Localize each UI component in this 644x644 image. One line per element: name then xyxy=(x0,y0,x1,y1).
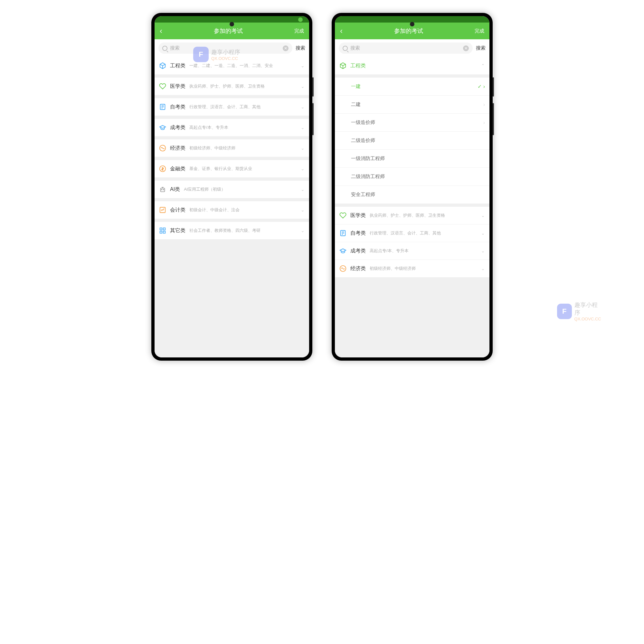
sub-item[interactable]: 二建 › xyxy=(335,96,489,114)
sub-item-label: 安全工程师 xyxy=(351,192,375,198)
sub-item[interactable]: 安全工程师 xyxy=(335,186,489,204)
sub-item[interactable]: 一级造价师 › xyxy=(335,114,489,132)
cap-icon xyxy=(159,124,166,131)
category-name: 经济类 xyxy=(350,265,366,272)
phone-right: ‹ 参加的考试 完成 搜索 ✕ 搜索 F 趣享小程序 QX.OOVC.CC 工程… xyxy=(332,13,493,361)
category-expanded[interactable]: 工程类 ⌃ xyxy=(335,57,489,74)
chevron-down-icon: ⌄ xyxy=(301,228,305,233)
category-name: 金融类 xyxy=(170,166,185,172)
search-icon xyxy=(343,46,348,51)
search-button[interactable]: 搜索 xyxy=(476,45,486,51)
category-name: 工程类 xyxy=(350,62,366,69)
category-name: 医学类 xyxy=(350,212,366,219)
search-input[interactable]: 搜索 ✕ xyxy=(339,43,473,54)
category-desc: 行政管理、汉语言、会计、工商、其他 xyxy=(370,230,477,236)
chevron-down-icon: ⌄ xyxy=(301,146,305,151)
chart-icon xyxy=(159,206,166,213)
category-desc: 初级经济师、中级经济师 xyxy=(189,145,297,151)
sub-item-label: 二级造价师 xyxy=(351,137,375,144)
back-button[interactable]: ‹ xyxy=(160,26,162,35)
category-wave[interactable]: 经济类 初级经济师、中级经济师 ⌄ xyxy=(335,260,489,278)
category-name: 自考类 xyxy=(170,104,185,110)
category-name: 经济类 xyxy=(170,145,185,152)
category-grid[interactable]: 其它类 社会工作者、教师资格、四六级、考研 ⌄ xyxy=(155,222,309,239)
category-cube[interactable]: 工程类 一建、二建、一造、二造、一消、二消、安全 ⌄ xyxy=(155,57,309,74)
category-desc: AI应用工程师（初级） xyxy=(184,186,297,192)
category-desc: 执业药师、护士、护师、医师、卫生资格 xyxy=(370,213,477,218)
category-desc: 一建、二建、一造、二造、一消、二消、安全 xyxy=(189,63,297,69)
category-name: 工程类 xyxy=(170,62,185,69)
sub-item-label: 二建 xyxy=(351,101,361,108)
chevron-right-icon: › xyxy=(483,102,485,108)
chevron-down-icon: ⌄ xyxy=(301,63,305,68)
robot-icon xyxy=(159,186,166,193)
heart-icon xyxy=(339,212,346,219)
category-wave[interactable]: 经济类 初级经济师、中级经济师 ⌄ xyxy=(155,139,309,157)
category-list[interactable]: F 趣享小程序 QX.OOVC.CC 工程类 一建、二建、一造、二造、一消、二消… xyxy=(155,57,309,357)
category-desc: 行政管理、汉语言、会计、工商、其他 xyxy=(189,104,297,110)
side-button xyxy=(312,77,314,97)
cube-icon xyxy=(159,62,166,69)
screen-left: ‹ 参加的考试 完成 搜索 ✕ 搜索 F 趣享小程序 QX.OOVC.CC 工程… xyxy=(155,16,309,357)
category-heart[interactable]: 医学类 执业药师、护士、护师、医师、卫生资格 ⌄ xyxy=(335,207,489,224)
doc-icon xyxy=(339,230,346,237)
category-cap[interactable]: 成考类 高起点专/本、专升本 ⌄ xyxy=(155,119,309,136)
search-placeholder: 搜索 xyxy=(350,45,460,51)
svg-rect-10 xyxy=(160,228,162,230)
category-cap[interactable]: 成考类 高起点专/本、专升本 ⌄ xyxy=(335,242,489,260)
chevron-up-icon: ⌃ xyxy=(481,63,485,68)
search-input[interactable]: 搜索 ✕ xyxy=(158,43,292,54)
category-robot[interactable]: AI类 AI应用工程师（初级） ⌄ xyxy=(155,181,309,198)
category-heart[interactable]: 医学类 执业药师、护士、护师、医师、卫生资格 ⌄ xyxy=(155,78,309,95)
category-list-expanded[interactable]: F 趣享小程序 QX.OOVC.CC 工程类 ⌃ 一建 ✓ › 二建 › 一级造… xyxy=(335,57,489,357)
page-title: 参加的考试 xyxy=(394,27,423,35)
done-button[interactable]: 完成 xyxy=(475,28,484,34)
status-bar xyxy=(335,16,489,23)
category-name: 其它类 xyxy=(170,227,185,234)
svg-rect-12 xyxy=(160,231,162,233)
sub-item[interactable]: 一级消防工程师 xyxy=(335,150,489,168)
category-doc[interactable]: 自考类 行政管理、汉语言、会计、工商、其他 ⌄ xyxy=(335,224,489,242)
back-button[interactable]: ‹ xyxy=(340,26,343,35)
chevron-down-icon: ⌄ xyxy=(301,166,305,171)
svg-rect-11 xyxy=(163,228,165,230)
svg-rect-6 xyxy=(161,188,165,192)
category-name: 会计类 xyxy=(170,207,185,213)
chevron-down-icon: ⌄ xyxy=(301,187,305,192)
sub-item-label: 二级消防工程师 xyxy=(351,174,385,180)
wave-icon xyxy=(159,145,166,152)
category-name: 成考类 xyxy=(170,124,185,131)
chevron-down-icon: ⌄ xyxy=(481,248,485,253)
category-doc[interactable]: 自考类 行政管理、汉语言、会计、工商、其他 ⌄ xyxy=(155,98,309,116)
category-name: 自考类 xyxy=(350,230,366,237)
page-title: 参加的考试 xyxy=(214,27,243,35)
clear-icon[interactable]: ✕ xyxy=(463,45,469,51)
clear-icon[interactable]: ✕ xyxy=(283,45,289,51)
chevron-down-icon: ⌄ xyxy=(301,104,305,109)
sub-item[interactable]: 二级造价师 xyxy=(335,132,489,150)
category-desc: 执业药师、护士、护师、医师、卫生资格 xyxy=(189,83,297,89)
cube-icon xyxy=(339,62,346,69)
search-button[interactable]: 搜索 xyxy=(296,45,305,51)
sub-item-label: 一建 xyxy=(351,83,361,90)
category-desc: 基金、证券、银行从业、期货从业 xyxy=(189,166,297,172)
sub-item[interactable]: 一建 ✓ › xyxy=(335,78,489,96)
dollar-icon xyxy=(159,165,166,172)
category-dollar[interactable]: 金融类 基金、证券、银行从业、期货从业 ⌄ xyxy=(155,160,309,177)
doc-icon xyxy=(159,103,166,110)
done-button[interactable]: 完成 xyxy=(294,28,304,34)
status-bar xyxy=(155,16,309,23)
category-desc: 社会工作者、教师资格、四六级、考研 xyxy=(189,228,297,233)
search-bar: 搜索 ✕ 搜索 xyxy=(335,39,489,57)
check-icon: ✓ › xyxy=(478,83,485,90)
category-name: AI类 xyxy=(170,186,180,193)
sub-item[interactable]: 二级消防工程师 xyxy=(335,168,489,186)
mic-icon xyxy=(298,17,303,22)
search-bar: 搜索 ✕ 搜索 xyxy=(155,39,309,57)
sub-item-label: 一级造价师 xyxy=(351,119,375,126)
side-button xyxy=(493,77,494,97)
category-chart[interactable]: 会计类 初级会计、中级会计、注会 ⌄ xyxy=(155,201,309,219)
side-button xyxy=(312,103,314,135)
chevron-down-icon: ⌄ xyxy=(481,231,485,236)
app-header: ‹ 参加的考试 完成 xyxy=(335,23,489,39)
